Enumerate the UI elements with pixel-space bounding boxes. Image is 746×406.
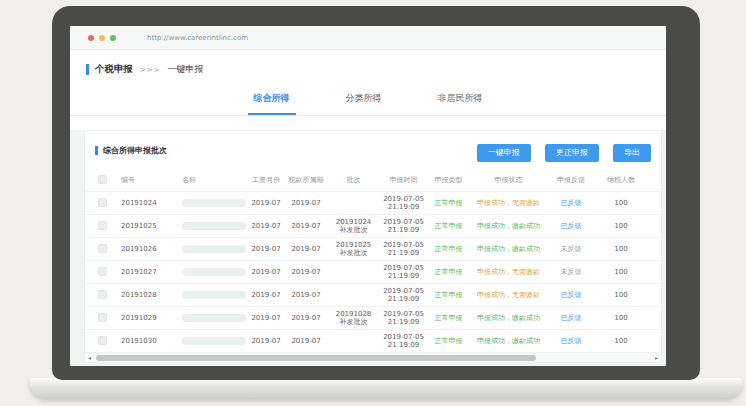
table-row[interactable]: 20191026 2019-07 2019-07 20191025 补发批次 2… [85,237,662,260]
declare-feedback-cell: 已反馈 [546,215,596,237]
scrollbar-thumb[interactable] [96,355,536,361]
scroll-left-arrow-icon[interactable]: ◂ [88,353,91,363]
url-text[interactable]: http://www.careerintlinc.com [147,34,248,42]
batch-id-cell: 20191026 [119,238,166,260]
row-checkbox[interactable] [98,313,107,322]
accent-bar [86,64,89,75]
correct-declare-button[interactable]: 更正申报 [545,144,599,162]
taxpayer-count-cell: 100 [596,238,646,260]
table-row[interactable]: 20191025 2019-07 2019-07 20191024 补发批次 2… [85,214,662,237]
batch-cell: 20191028 补发批次 [326,307,381,329]
table-row[interactable]: 20191027 2019-07 2019-07 2019-07-05 21:1… [85,260,662,283]
table-row[interactable]: 20191028 2019-07 2019-07 2019-07-05 21:1… [85,283,662,306]
tax-period-cell: 2019-07 [286,215,326,237]
declare-feedback-cell: 已反馈 [546,330,596,352]
col-header-id: 编号 [119,169,166,191]
row-checkbox[interactable] [98,198,107,207]
window-zoom-dot[interactable] [110,35,116,41]
declare-time-cell: 2019-07-05 21:19:09 [381,330,426,352]
declare-type-cell: 正常申报 [426,330,471,352]
horizontal-scrollbar[interactable]: ◂ ▸ [85,352,661,362]
batch-cell [326,330,381,352]
col-header-declare-time: 申报时间 [381,169,426,191]
batch-id-cell: 20191027 [119,261,166,283]
declare-type-cell: 正常申报 [426,215,471,237]
panel-header: 综合所得申报批次 一键申报 更正申报 导出 [85,131,661,169]
name-cell [166,284,246,306]
one-click-declare-button[interactable]: 一键申报 [477,144,531,162]
declare-feedback-cell: 已反馈 [546,192,596,214]
checkbox-cell [85,330,119,352]
col-header-clipped [646,169,662,191]
declare-feedback-cell: 已反馈 [546,307,596,329]
declare-feedback-cell: 未反馈 [546,238,596,260]
declare-time-cell: 2019-07-05 21:19:09 [381,261,426,283]
select-all-checkbox[interactable] [98,175,107,184]
page-content: 综合所得申报批次 一键申报 更正申报 导出 编号 名称 工资月份 税款所属期 批… [70,130,666,366]
declare-type-cell: 正常申报 [426,307,471,329]
tab-nonresident-income[interactable]: 非居民所得 [432,86,489,115]
col-header-declare-feedback: 申报反馈 [546,169,596,191]
laptop-base [30,378,742,398]
declare-type-cell: 正常申报 [426,284,471,306]
taxpayer-count-cell: 100 [596,284,646,306]
row-checkbox[interactable] [98,244,107,253]
declare-status-cell: 申报成功，缴款成功 [471,330,546,352]
col-header-taxpayer-count: 纳税人数 [596,169,646,191]
laptop-mockup: http://www.careerintlinc.com 个税申报 >>> 一键… [0,0,746,406]
checkbox-cell [85,307,119,329]
checkbox-cell [85,238,119,260]
tab-classified-income[interactable]: 分类所得 [340,86,388,115]
table-row[interactable]: 20191029 2019-07 2019-07 20191028 补发批次 2… [85,306,662,329]
taxpayer-count-cell: 100 [596,192,646,214]
taxpayer-count-cell: 100 [596,215,646,237]
batch-id-cell: 20191029 [119,307,166,329]
declare-type-cell: 正常申报 [426,238,471,260]
redacted-name-placeholder [182,245,246,253]
browser-chrome: http://www.careerintlinc.com [70,26,666,50]
export-button[interactable]: 导出 [613,144,651,162]
salary-month-cell: 2019-07 [246,215,286,237]
batch-cell: 20191024 补发批次 [326,215,381,237]
batch-cell [326,192,381,214]
tax-period-cell: 2019-07 [286,261,326,283]
tab-bar: 综合所得 分类所得 非居民所得 [70,86,666,116]
declare-time-cell: 2019-07-05 21:19:09 [381,307,426,329]
declare-time-cell: 2019-07-05 21:19:09 [381,215,426,237]
table-row[interactable]: 20191030 2019-07 2019-07 2019-07-05 21:1… [85,329,662,352]
taxpayer-count-cell: 100 [596,307,646,329]
declare-type-cell: 正常申报 [426,261,471,283]
taxpayer-count-cell: 100 [596,330,646,352]
row-checkbox[interactable] [98,290,107,299]
batch-id-cell: 20191024 [119,192,166,214]
salary-month-cell: 2019-07 [246,307,286,329]
tax-period-cell: 2019-07 [286,238,326,260]
name-cell [166,307,246,329]
declare-time-cell: 2019-07-05 21:19:09 [381,238,426,260]
row-checkbox[interactable] [98,267,107,276]
taxpayer-count-cell: 100 [596,261,646,283]
scroll-right-arrow-icon[interactable]: ▸ [655,353,658,363]
panel-actions: 一键申报 更正申报 导出 [468,140,651,162]
window-close-dot[interactable] [88,35,94,41]
breadcrumb-page: 一键申报 [168,63,204,76]
name-cell [166,330,246,352]
redacted-name-placeholder [182,291,246,299]
checkbox-cell [85,192,119,214]
window-minimize-dot[interactable] [99,35,105,41]
col-header-batch: 批次 [326,169,381,191]
breadcrumb: 个税申报 >>> 一键申报 [70,50,666,86]
batch-panel: 综合所得申报批次 一键申报 更正申报 导出 编号 名称 工资月份 税款所属期 批… [84,130,662,363]
tab-comprehensive-income[interactable]: 综合所得 [248,86,296,115]
declare-type-cell: 正常申报 [426,192,471,214]
clipped-cell: 1 [646,330,662,352]
tax-period-cell: 2019-07 [286,307,326,329]
accent-bar [95,146,98,155]
clipped-cell: 1 [646,215,662,237]
row-checkbox[interactable] [98,336,107,345]
table-row[interactable]: 20191024 2019-07 2019-07 2019-07-05 21:1… [85,191,662,214]
clipped-cell: 1 [646,307,662,329]
batch-id-cell: 20191025 [119,215,166,237]
row-checkbox[interactable] [98,221,107,230]
clipped-cell: 1 [646,261,662,283]
